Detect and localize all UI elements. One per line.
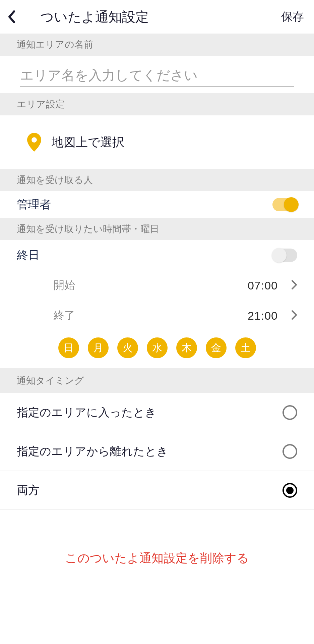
recipient-admin-toggle[interactable] <box>272 198 297 211</box>
day-chip-tue[interactable]: 火 <box>117 337 138 358</box>
day-chip-wed[interactable]: 水 <box>147 337 168 358</box>
end-time-value: 21:00 <box>248 309 278 322</box>
section-header-area-name: 通知エリアの名前 <box>0 34 314 56</box>
timing-both-label: 両方 <box>17 483 40 498</box>
section-header-time-days: 通知を受け取りたい時間帯・曜日 <box>0 218 314 240</box>
select-on-map-row[interactable]: 地図上で選択 <box>0 115 314 169</box>
section-header-area-setting: エリア設定 <box>0 93 314 115</box>
section-header-timing: 通知タイミング <box>0 368 314 393</box>
timing-enter-label: 指定のエリアに入ったとき <box>17 405 156 420</box>
end-time-row[interactable]: 終了 21:00 <box>0 301 314 331</box>
timing-leave-label: 指定のエリアから離れたとき <box>17 444 168 459</box>
area-name-input[interactable] <box>20 65 294 87</box>
delete-notification-button[interactable]: このついたよ通知設定を削除する <box>65 551 249 565</box>
svg-point-0 <box>32 137 37 143</box>
day-chip-thu[interactable]: 木 <box>176 337 197 358</box>
all-day-row: 終日 <box>0 240 314 270</box>
start-time-label: 開始 <box>54 278 248 293</box>
timing-option-enter[interactable]: 指定のエリアに入ったとき <box>0 393 314 432</box>
days-row: 日 月 火 水 木 金 土 <box>0 331 314 368</box>
map-pin-icon <box>27 133 42 152</box>
day-chip-sat[interactable]: 土 <box>235 337 256 358</box>
radio-selected-icon <box>282 483 297 498</box>
day-chip-mon[interactable]: 月 <box>88 337 109 358</box>
end-time-label: 終了 <box>54 308 248 323</box>
page-title: ついたよ通知設定 <box>34 8 278 26</box>
select-on-map-label: 地図上で選択 <box>52 134 124 151</box>
start-time-value: 07:00 <box>248 279 278 292</box>
chevron-left-icon <box>7 10 16 23</box>
radio-icon <box>282 444 297 459</box>
all-day-toggle[interactable] <box>272 249 297 262</box>
start-time-row[interactable]: 開始 07:00 <box>0 270 314 301</box>
recipient-admin-label: 管理者 <box>17 197 51 212</box>
back-button[interactable] <box>7 10 34 23</box>
day-chip-sun[interactable]: 日 <box>58 337 79 358</box>
radio-icon <box>282 405 297 420</box>
timing-option-leave[interactable]: 指定のエリアから離れたとき <box>0 432 314 471</box>
day-chip-fri[interactable]: 金 <box>206 337 227 358</box>
chevron-right-icon <box>291 280 297 291</box>
section-header-recipients: 通知を受け取る人 <box>0 169 314 191</box>
chevron-right-icon <box>291 310 297 321</box>
save-button[interactable]: 保存 <box>278 9 307 24</box>
recipient-admin-row: 管理者 <box>0 191 314 218</box>
all-day-label: 終日 <box>17 248 40 263</box>
timing-option-both[interactable]: 両方 <box>0 471 314 510</box>
